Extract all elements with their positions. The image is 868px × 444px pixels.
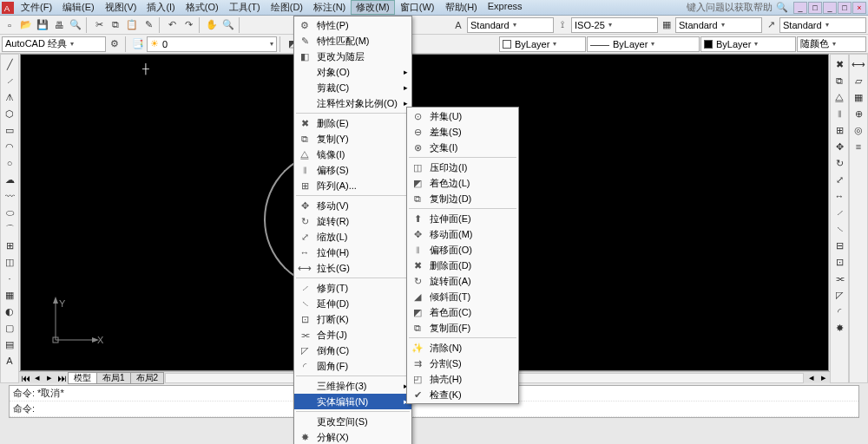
new-icon[interactable]: ▫ [2,17,17,33]
xline-icon[interactable]: ⟋ [2,73,17,88]
dimstyle-icon[interactable]: ⟟ [555,17,570,33]
mi-solidedit[interactable]: 实体编辑(N)▸ [294,394,411,409]
mi-offsetface[interactable]: ⫴偏移面(O) [407,242,518,258]
menu-format[interactable]: 格式(O) [181,0,224,15]
menu-file[interactable]: 文件(F) [16,0,57,15]
extend-tool-icon[interactable]: ⟍ [832,221,847,237]
mi-check[interactable]: ✔检查(K) [407,387,518,402]
block-icon[interactable]: ◫ [2,254,17,270]
gradient-icon[interactable]: ◐ [2,304,17,319]
move-tool-icon[interactable]: ✥ [832,139,847,154]
stretch-tool-icon[interactable]: ↔ [832,188,847,204]
menu-express[interactable]: Express [483,0,528,15]
explode-tool-icon[interactable]: ✸ [832,320,847,336]
mi-colorface[interactable]: ◩着色面(C) [407,304,518,320]
tab-model[interactable]: 模型 [68,372,97,384]
lineweight-dd[interactable]: ByLayer▾ [700,36,796,52]
tab-last-icon[interactable]: ⏭ [56,373,68,383]
mi-erase[interactable]: ✖删除(E) [294,115,411,131]
offset-tool-icon[interactable]: ⫴ [832,106,847,121]
mi-clip[interactable]: 剪裁(C)▸ [294,80,411,95]
mi-imprint[interactable]: ◫压印边(I) [407,160,518,175]
mi-copyface[interactable]: ⧉复制面(F) [407,320,518,336]
menu-view[interactable]: 视图(V) [100,0,142,15]
tab-next-icon[interactable]: ▸ [43,372,56,383]
break-tool-icon[interactable]: ⊡ [832,254,847,270]
undo-icon[interactable]: ↶ [164,17,180,33]
menu-draw[interactable]: 绘图(D) [266,0,308,15]
textstyle-dd[interactable]: Standard▾ [467,17,554,33]
color-dd[interactable]: ByLayer▾ [499,36,586,52]
mi-properties[interactable]: ⚙特性(P) [294,17,411,33]
mi-copyedge[interactable]: ⧉复制边(D) [407,191,518,206]
open-icon[interactable]: 📂 [18,17,34,33]
mi-annoscale[interactable]: 注释性对象比例(O)▸ [294,95,411,111]
mi-separate[interactable]: ⇉分割(S) [407,356,518,371]
workspace-gear-icon[interactable]: ⚙ [107,36,122,52]
mi-coloredge[interactable]: ◩着色边(L) [407,175,518,191]
mirror-tool-icon[interactable]: ⧋ [832,89,847,105]
search-icon[interactable]: 🔍 [774,0,790,16]
pan-icon[interactable]: ✋ [204,17,220,33]
mi-offset[interactable]: ⫴偏移(S) [294,162,411,178]
restore-button[interactable]: □ [808,2,822,14]
tab-prev-icon[interactable]: ◂ [31,372,43,383]
dist-icon[interactable]: ⟷ [851,56,866,72]
menu-tools[interactable]: 工具(T) [224,0,266,15]
plotstyle-dd[interactable]: 随颜色▾ [797,36,866,52]
menu-window[interactable]: 窗口(W) [395,0,440,15]
revcloud-icon[interactable]: ☁ [2,172,17,187]
mi-explode[interactable]: ✸分解(X) [294,429,411,444]
copy-icon[interactable]: ⧉ [108,17,123,33]
mleaderstyle-dd[interactable]: Standard▾ [779,17,866,33]
zoom-icon[interactable]: 🔍 [220,17,236,33]
minimize-button[interactable]: _ [793,2,807,14]
menu-help[interactable]: 帮助(H) [440,0,483,15]
chamfer-tool-icon[interactable]: ◸ [832,287,847,303]
help-search[interactable]: 键入问题以获取帮助 [687,1,774,14]
tablestyle-dd[interactable]: Standard▾ [675,17,762,33]
join-tool-icon[interactable]: ⫘ [832,271,847,286]
menu-modify[interactable]: 修改(M) [351,0,395,15]
mi-intersect[interactable]: ⊗交集(I) [407,140,518,155]
mi-join[interactable]: ⫘合并(J) [294,327,411,343]
mi-matchprop[interactable]: ✎特性匹配(M) [294,33,411,49]
doc-close-button[interactable]: × [852,2,866,14]
mi-object[interactable]: 对象(O)▸ [294,64,411,80]
arc-icon[interactable]: ◠ [2,139,17,154]
tablestyle-icon[interactable]: ▦ [659,17,674,33]
paste-icon[interactable]: 📋 [124,17,140,33]
mi-scale[interactable]: ⤢缩放(L) [294,229,411,245]
mtext-icon[interactable]: A [2,353,17,369]
table-icon[interactable]: ▤ [2,336,17,352]
layer-props-icon[interactable]: 📑 [130,36,146,52]
redo-icon[interactable]: ↷ [181,17,196,33]
print-icon[interactable]: 🖶 [51,17,67,33]
mi-chspace[interactable]: 更改空间(S) [294,414,411,429]
scale-tool-icon[interactable]: ⤢ [832,172,847,187]
hatch-icon[interactable]: ▦ [2,287,17,303]
mi-shell[interactable]: ◰抽壳(H) [407,371,518,387]
circle-icon[interactable]: ○ [2,155,17,171]
dimstyle-dd[interactable]: ISO-25▾ [571,17,658,33]
insert-icon[interactable]: ⊞ [2,238,17,253]
mi-extend[interactable]: ⟍延伸(D) [294,296,411,311]
doc-restore-button[interactable]: □ [838,2,852,14]
mi-extrudeface[interactable]: ⬆拉伸面(E) [407,211,518,226]
spline-icon[interactable]: 〰 [2,188,17,204]
mi-break[interactable]: ⊡打断(K) [294,311,411,327]
scroll-left-icon[interactable]: ◂ [806,372,818,383]
mi-trim[interactable]: ⟋修剪(T) [294,280,411,296]
polygon-icon[interactable]: ⬡ [2,106,17,121]
workspace-dd[interactable]: AutoCAD 经典▾ [2,36,106,52]
erase-icon[interactable]: ✖ [832,56,847,72]
tab-layout1[interactable]: 布局1 [96,372,131,384]
mi-fillet[interactable]: ◜圆角(F) [294,358,411,374]
menu-edit[interactable]: 编辑(E) [57,0,100,15]
doc-minimize-button[interactable]: _ [823,2,837,14]
layer-dd[interactable]: ☀0▾ [147,36,277,52]
mleaderstyle-icon[interactable]: ↗ [763,17,779,33]
line-icon[interactable]: ╱ [2,56,17,72]
pline-icon[interactable]: ⩚ [2,89,17,105]
mi-tolayer[interactable]: ◧更改为随层 [294,49,411,64]
